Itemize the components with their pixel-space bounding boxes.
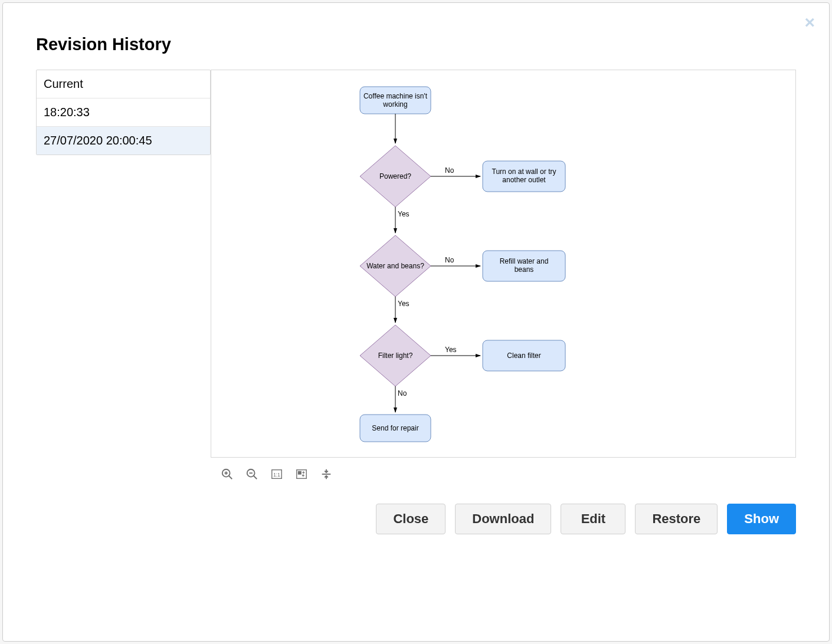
revision-item[interactable]: 27/07/2020 20:00:45 xyxy=(37,127,210,155)
node-text: Water and beans? xyxy=(366,262,424,270)
dialog-title: Revision History xyxy=(36,35,796,54)
node-text: Filter light? xyxy=(378,351,413,360)
download-button[interactable]: Download xyxy=(455,504,551,534)
svg-line-1 xyxy=(229,476,232,479)
node-text: Powered? xyxy=(379,172,411,180)
diagram-preview[interactable]: Coffee machine isn'tworking Powered? No … xyxy=(211,70,796,458)
svg-rect-10 xyxy=(299,471,302,474)
edge-label: Yes xyxy=(398,210,410,218)
edge-label: Yes xyxy=(445,346,457,354)
edge-label: No xyxy=(445,166,454,175)
content-row: Current 18:20:33 27/07/2020 20:00:45 Cof… xyxy=(36,70,796,458)
close-icon[interactable]: × xyxy=(804,14,815,31)
revision-history-dialog: × Revision History Current 18:20:33 27/0… xyxy=(2,2,830,642)
show-button[interactable]: Show xyxy=(727,504,796,534)
revision-label: 18:20:33 xyxy=(44,106,90,119)
revision-label: Current xyxy=(44,77,83,90)
edge-label: No xyxy=(445,256,454,264)
edge-label: Yes xyxy=(398,300,410,308)
dialog-button-row: Close Download Edit Restore Show xyxy=(36,504,796,534)
restore-button[interactable]: Restore xyxy=(635,504,718,534)
revision-list: Current 18:20:33 27/07/2020 20:00:45 xyxy=(36,70,211,155)
node-text: Clean filter xyxy=(507,351,541,360)
zoom-out-icon[interactable] xyxy=(244,466,260,482)
svg-text:1:1: 1:1 xyxy=(273,472,280,478)
compare-icon[interactable] xyxy=(318,466,335,482)
zoom-fit-icon[interactable] xyxy=(293,466,310,482)
flowchart: Coffee machine isn'tworking Powered? No … xyxy=(211,70,695,457)
edit-button[interactable]: Edit xyxy=(561,504,625,534)
svg-line-5 xyxy=(254,476,257,479)
edge-label: No xyxy=(398,389,407,397)
revision-label: 27/07/2020 20:00:45 xyxy=(44,134,152,147)
zoom-toolbar: 1:1 xyxy=(219,466,796,482)
close-button[interactable]: Close xyxy=(376,504,446,534)
node-text: Send for repair xyxy=(372,424,418,432)
zoom-in-icon[interactable] xyxy=(219,466,235,482)
revision-item[interactable]: 18:20:33 xyxy=(37,98,210,127)
zoom-actual-icon[interactable]: 1:1 xyxy=(268,466,285,482)
revision-item-current[interactable]: Current xyxy=(37,70,210,98)
